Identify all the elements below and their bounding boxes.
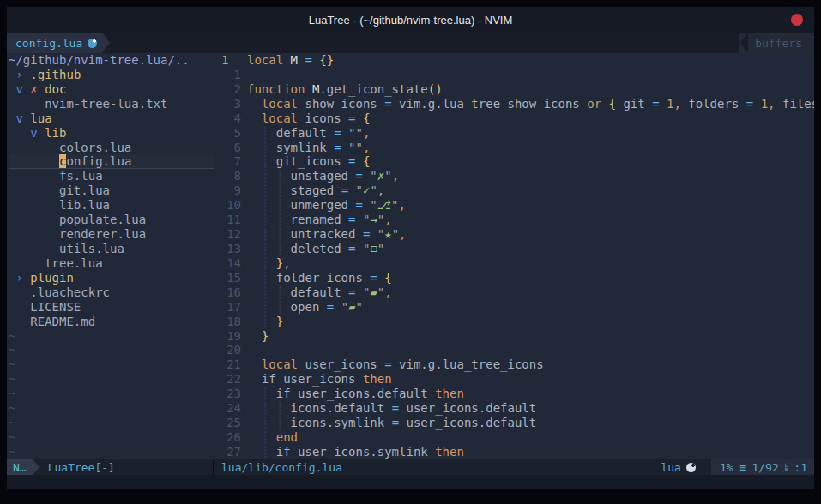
code-line[interactable]: 20 <box>214 343 814 357</box>
tree-row[interactable]: ~ <box>9 401 214 416</box>
tab-config-lua[interactable]: config.lua <box>7 33 102 53</box>
tree-row[interactable]: populate.lua <box>9 213 214 227</box>
code-line[interactable]: 9 ┊ ┊ staged = "✓", <box>214 183 814 198</box>
line-number: 26 <box>214 430 241 445</box>
code-line[interactable]: 1local M = {} <box>214 53 814 68</box>
tree-row[interactable]: lib.lua <box>9 198 214 213</box>
code-line[interactable]: 3 local show_icons = vim.g.lua_tree_show… <box>214 97 814 111</box>
tree-row[interactable]: ~ <box>9 357 214 372</box>
line-number: 18 <box>214 315 241 329</box>
tree-row[interactable]: nvim-tree-lua.txt <box>9 97 214 111</box>
tree-row[interactable]: utils.lua <box>9 242 214 256</box>
tree-row[interactable]: LICENSE <box>9 300 214 315</box>
tree-row[interactable]: ~ <box>9 329 214 344</box>
mode-indicator: N… <box>7 459 33 475</box>
line-number: 27 <box>214 445 241 459</box>
tree-row[interactable]: README.md <box>9 315 214 329</box>
tab-arrow-shape <box>102 33 110 53</box>
code-line[interactable]: 15 ┊ folder_icons = { <box>214 271 814 285</box>
tree-row[interactable]: .luacheckrc <box>9 285 214 300</box>
code-line[interactable]: 6 ┊ symlink = "", <box>214 141 814 155</box>
code-line[interactable]: 5 ┊ default = "", <box>214 126 814 141</box>
code-line[interactable]: 11 ┊ ┊ renamed = "→", <box>214 213 814 227</box>
line-number: 16 <box>214 285 241 300</box>
code-line[interactable]: 8 ┊ ┊ unstaged = "✗", <box>214 169 814 183</box>
filetype-segment: lua <box>661 459 703 475</box>
code-line[interactable]: 1 <box>214 68 814 82</box>
status-right-group: lua 1% ≡ 1/92 L N :1 <box>661 459 814 475</box>
tree-row[interactable]: ~ <box>9 343 214 357</box>
code-line[interactable]: 7 ┊ git_icons = { <box>214 154 814 169</box>
tree-row[interactable]: ~ <box>9 445 214 459</box>
window-title: LuaTree - (~/github/nvim-tree.lua) - NVI… <box>309 14 513 27</box>
line-number: 11 <box>214 213 241 227</box>
tree-row[interactable]: git.lua <box>9 183 214 198</box>
code-line[interactable]: 21 local user_icons = vim.g.lua_tree_ico… <box>214 357 814 372</box>
titlebar: LuaTree - (~/github/nvim-tree.lua) - NVI… <box>7 7 814 33</box>
code-line[interactable]: 18 ┊ } <box>214 315 814 329</box>
line-number: 4 <box>214 111 241 126</box>
tree-row[interactable]: colors.lua <box>9 141 214 155</box>
tree-row[interactable]: tree.lua <box>9 256 214 271</box>
line-number: 3 <box>214 97 241 111</box>
tree-row[interactable]: v ✗ doc <box>9 82 214 97</box>
code-line[interactable]: 16 ┊ ┊ default = "▰", <box>214 285 814 300</box>
code-line[interactable]: 13 ┊ ┊ deleted = "⊟" <box>214 242 814 256</box>
line-number: 1 <box>214 68 241 82</box>
code-line[interactable]: 22 if user_icons then <box>214 372 814 387</box>
tree-row[interactable]: ~ <box>9 416 214 430</box>
tree-row[interactable]: renderer.lua <box>9 227 214 242</box>
file-tree-pane: ~/github/nvim-tree.lua/.. › .github v ✗ … <box>7 53 214 459</box>
tree-row-selected[interactable]: config.lua <box>9 154 214 169</box>
line-number: 2 <box>214 82 241 97</box>
code-line[interactable]: 17 ┊ ┊ open = "▰" <box>214 300 814 315</box>
powerline-arrow-icon <box>33 459 39 475</box>
tree-row[interactable]: ~/github/nvim-tree.lua/.. <box>9 53 214 68</box>
code-line[interactable]: 14 ┊ }, <box>214 256 814 271</box>
line-number: 5 <box>214 126 241 141</box>
line-number: 12 <box>214 227 241 242</box>
ln-icon-bottom: N <box>785 467 788 472</box>
line-number-icon: L N <box>785 463 788 472</box>
editor-pane: 1local M = {}12function M.get_icon_state… <box>214 53 814 459</box>
tree-statusline: N… LuaTree[-] <box>7 459 214 475</box>
close-icon[interactable] <box>791 14 803 26</box>
line-number: 8 <box>214 169 241 183</box>
line-number: 15 <box>214 271 241 285</box>
powerline-notch-icon <box>704 459 711 475</box>
line-number: 1 <box>214 53 241 68</box>
line-number: 9 <box>214 183 241 198</box>
tree-row[interactable]: v lua <box>9 111 214 126</box>
line-number: 21 <box>214 357 241 372</box>
code-line[interactable]: 27 ┊ if user_icons.symlink then <box>214 445 814 459</box>
line-position: 1/92 <box>752 461 778 474</box>
code-line[interactable]: 25 ┊ ┊ icons.symlink = user_icons.defaul… <box>214 416 814 430</box>
filetype-label: lua <box>661 461 680 474</box>
line-number: 10 <box>214 198 241 213</box>
statusline: N… LuaTree[-] lua/lib/config.lua lua 1% … <box>7 459 814 475</box>
command-line[interactable] <box>7 475 814 489</box>
code-line[interactable]: 24 ┊ ┊ icons.default = user_icons.defaul… <box>214 401 814 416</box>
tree-row[interactable]: › .github <box>9 68 214 82</box>
tree-row[interactable]: ~ <box>9 372 214 387</box>
code-line[interactable]: 4 local icons = { <box>214 111 814 126</box>
code-line[interactable]: 23 ┊ if user_icons.default then <box>214 387 814 401</box>
line-number: 13 <box>214 242 241 256</box>
tabline: config.lua buffers <box>7 33 814 53</box>
code-line[interactable]: 10 ┊ ┊ unmerged = "⎇", <box>214 198 814 213</box>
tree-row[interactable]: v lib <box>9 126 214 141</box>
status-filename: lua/lib/config.lua <box>214 459 342 475</box>
tree-row[interactable]: ~ <box>9 387 214 401</box>
content-area: ~/github/nvim-tree.lua/.. › .github v ✗ … <box>7 53 814 459</box>
tree-row[interactable]: fs.lua <box>9 169 214 183</box>
code-line[interactable]: 26 ┊ end <box>214 430 814 445</box>
buffers-tab[interactable]: buffers <box>739 33 814 53</box>
code-line[interactable]: 19 } <box>214 329 814 344</box>
line-number: 24 <box>214 401 241 416</box>
position-segment: 1% ≡ 1/92 L N :1 <box>711 459 814 475</box>
tree-row[interactable]: › plugin <box>9 271 214 285</box>
nvim-window: LuaTree - (~/github/nvim-tree.lua) - NVI… <box>7 7 814 489</box>
tree-row[interactable]: ~ <box>9 430 214 445</box>
code-line[interactable]: 2function M.get_icon_state() <box>214 82 814 97</box>
code-line[interactable]: 12 ┊ ┊ untracked = "★", <box>214 227 814 242</box>
